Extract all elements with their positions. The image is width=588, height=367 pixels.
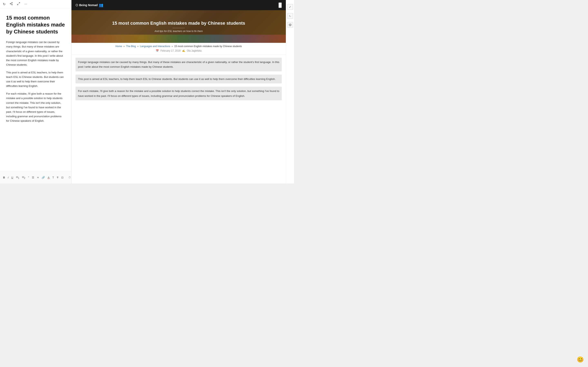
- article-meta: 📅 February 17, 2019 ✍ Ola Jagielska: [76, 48, 282, 52]
- site-logo: ⬡ Being Nomad 👥: [76, 3, 103, 7]
- hero-divider: [173, 28, 185, 28]
- image-button[interactable]: ⊡: [61, 175, 64, 179]
- svg-line-5: [19, 2, 20, 3]
- svg-point-0: [12, 2, 12, 3]
- editor-content: 15 most common English mistakes made by …: [0, 8, 71, 171]
- hero-section: 15 most common English mistakes made by …: [71, 10, 286, 43]
- editor-para-1: Foreign language mistakes can be caused …: [6, 40, 65, 67]
- h1-button[interactable]: H1: [16, 175, 20, 180]
- article-para-3: For each mistake, I'll give both a reaso…: [76, 87, 282, 100]
- pencils-decoration: [71, 35, 286, 43]
- code-icon-button[interactable]: [287, 13, 293, 19]
- svg-point-2: [12, 4, 12, 5]
- site-nav: ⬡ Being Nomad 👥 ≡: [71, 0, 286, 10]
- editor-top-toolbar: ↻ ···: [0, 0, 71, 8]
- hero-title: 15 most common English mistakes made by …: [112, 20, 245, 26]
- hero-subtitle: And tips for ESL teachers on how to fix …: [112, 30, 245, 33]
- breadcrumb-current: 15 most common English mistakes made by …: [174, 45, 242, 48]
- check-icon-button[interactable]: ✓: [287, 4, 293, 10]
- article-author: Ola Jagielska: [187, 49, 201, 52]
- logo-text: Being Nomad: [79, 3, 98, 7]
- editor-title: 15 most common English mistakes made by …: [6, 15, 65, 35]
- svg-marker-8: [289, 24, 291, 25]
- share-button[interactable]: [9, 2, 13, 7]
- editor-para-3: For each mistake, I'll give both a reaso…: [6, 92, 65, 123]
- refresh-button[interactable]: ↻: [2, 2, 6, 7]
- hero-content: 15 most common English mistakes made by …: [112, 20, 245, 33]
- strikethrough-button[interactable]: T: [56, 175, 59, 179]
- editor-bottom-toolbar: B i U H1 H2 " ☰ ≡ 🔗 A T T ⊡ ⏱ 129 单词 ▾: [0, 171, 71, 184]
- calendar-icon: 📅: [156, 49, 159, 52]
- article-para-1: Foreign language mistakes can be caused …: [76, 58, 282, 71]
- logo-icon: ⬡: [76, 3, 78, 7]
- article-body: Foreign language mistakes can be caused …: [71, 54, 286, 107]
- logo-people-icon: 👥: [99, 3, 103, 7]
- h2-button[interactable]: H2: [21, 175, 26, 180]
- underline-button[interactable]: U: [11, 175, 14, 179]
- editor-body: Foreign language mistakes can be caused …: [6, 40, 65, 123]
- breadcrumb-category[interactable]: Languages and Interactions: [140, 45, 170, 48]
- hamburger-menu[interactable]: ≡: [278, 2, 282, 8]
- more-button[interactable]: ···: [24, 2, 27, 6]
- svg-point-1: [10, 3, 11, 4]
- breadcrumb-section: Home » The Blog » Languages and Interact…: [71, 43, 286, 54]
- clock-icon: ⏱: [68, 176, 71, 179]
- article-para-2: This post is aimed at ESL teachers, to h…: [76, 75, 282, 83]
- svg-line-4: [11, 3, 12, 3]
- editor-panel: ↻ ··· 15 most common English mistakes ma…: [0, 0, 71, 184]
- preview-panel: ⬡ Being Nomad 👥 ≡ 15 most common English…: [71, 0, 294, 184]
- editor-para-2: This post is aimed at ESL teachers, to h…: [6, 70, 65, 88]
- article-date: February 17, 2019: [160, 49, 181, 52]
- link-button[interactable]: 🔗: [41, 175, 45, 179]
- author-icon: ✍: [182, 49, 185, 52]
- layers-icon-button[interactable]: [287, 22, 293, 28]
- expand-button[interactable]: [17, 2, 21, 7]
- breadcrumb-blog[interactable]: The Blog: [126, 45, 136, 48]
- list-bullet-button[interactable]: ☰: [31, 175, 35, 179]
- website-view: ⬡ Being Nomad 👥 ≡ 15 most common English…: [71, 0, 286, 184]
- svg-line-3: [11, 4, 12, 4]
- breadcrumb-home[interactable]: Home: [116, 45, 122, 48]
- right-sidebar: ✓: [286, 0, 294, 184]
- bold-button[interactable]: B: [2, 175, 6, 179]
- text-style-button[interactable]: T: [52, 175, 54, 179]
- svg-line-6: [17, 4, 18, 5]
- list-ordered-button[interactable]: ≡: [36, 175, 39, 179]
- quote-button[interactable]: ": [27, 175, 30, 179]
- text-color-button[interactable]: A: [47, 175, 50, 179]
- italic-button[interactable]: i: [7, 175, 9, 179]
